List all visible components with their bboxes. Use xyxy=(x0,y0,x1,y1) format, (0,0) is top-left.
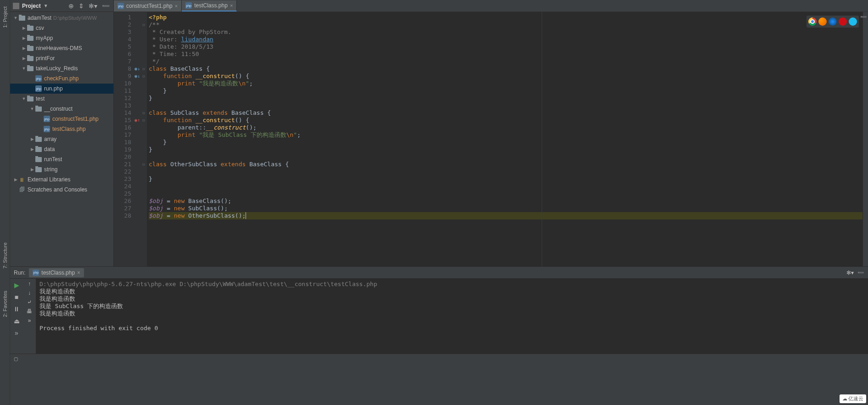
tree-item[interactable]: runTest xyxy=(10,154,113,164)
tree-item-label: checkFun.php xyxy=(44,75,78,82)
status-bar: ▢ xyxy=(10,354,868,364)
tree-item-path: D:\phpStudy\WWW xyxy=(53,15,97,21)
pause-button[interactable]: ⏸ xyxy=(12,304,21,314)
stop-button[interactable]: ■ xyxy=(12,292,21,302)
line-gutter[interactable]: 1234567891011121314151617181920212223242… xyxy=(114,12,134,266)
tab-label: testClass.php xyxy=(194,2,228,9)
firefox-icon[interactable] xyxy=(818,17,827,26)
watermark: ☁亿速云 xyxy=(840,394,866,403)
tree-item[interactable]: ▼test xyxy=(10,94,113,104)
close-icon[interactable]: × xyxy=(77,270,80,276)
tree-item[interactable]: ▼takeLucky_Redis xyxy=(10,63,113,73)
more-button[interactable]: » xyxy=(12,328,21,338)
left-tool-gutter: 1: Project 7: Structure 2: Favorites xyxy=(0,0,10,405)
locate-icon[interactable]: ⊕ xyxy=(67,2,75,10)
fold-gutter[interactable]: ⊟⊟⊟⊟⊟⊟ xyxy=(140,12,147,266)
expand-arrow-icon[interactable]: ▼ xyxy=(21,66,27,71)
project-tree[interactable]: ▼adamTestD:\phpStudy\WWW▶csv▶myApp▶nineH… xyxy=(10,12,113,266)
editor-tab[interactable]: phpconstructTest1.php× xyxy=(114,0,182,11)
expand-arrow-icon[interactable]: ▶ xyxy=(21,26,27,30)
tree-item[interactable]: 🗐Scratches and Consoles xyxy=(10,185,113,195)
editor-scrollbar[interactable] xyxy=(862,12,868,266)
tree-item[interactable]: ▶nineHeavens-DMS xyxy=(10,43,113,53)
tree-item[interactable]: ▼adamTestD:\phpStudy\WWW xyxy=(10,13,113,23)
expand-arrow-icon[interactable]: ▶ xyxy=(29,147,35,152)
ie-icon[interactable] xyxy=(849,17,857,26)
tree-item[interactable]: ▶string xyxy=(10,164,113,174)
expand-arrow-icon[interactable]: ▶ xyxy=(21,56,27,61)
chrome-icon[interactable] xyxy=(808,17,817,26)
tree-item-label: testClass.php xyxy=(52,126,86,132)
folder-icon xyxy=(27,65,34,72)
view-mode-dropdown[interactable]: ▼ xyxy=(44,3,48,8)
editor-tabs: phpconstructTest1.php×phptestClass.php× xyxy=(114,0,868,12)
exit-button[interactable]: ⏏ xyxy=(12,316,21,326)
more2-button[interactable]: » xyxy=(28,317,31,324)
project-tool-tab[interactable]: 1: Project xyxy=(1,5,9,29)
folder-icon xyxy=(35,156,42,163)
statusbar-menu[interactable]: ▢ xyxy=(14,356,18,361)
collapse-icon[interactable]: ⇕ xyxy=(78,2,85,10)
run-hide-icon[interactable]: ➖ xyxy=(857,270,864,276)
folder-icon xyxy=(35,166,42,173)
expand-arrow-icon[interactable]: ▶ xyxy=(29,167,35,172)
favorites-tool-tab[interactable]: 2: Favorites xyxy=(1,289,9,319)
expand-arrow-icon[interactable]: ▶ xyxy=(13,177,18,182)
expand-arrow-icon[interactable]: ▶ xyxy=(21,36,27,40)
folder-icon xyxy=(27,96,34,102)
hide-preview-icon[interactable]: ➖ xyxy=(860,14,867,20)
folder-icon xyxy=(27,45,34,51)
tree-item[interactable]: phprun.php xyxy=(10,84,113,94)
run-console[interactable]: D:\phpStudy\php\php-5.6.27-nts\php.exe D… xyxy=(36,279,868,354)
tree-item[interactable]: phpcheckFun.php xyxy=(10,73,113,84)
tree-item-label: adamTest xyxy=(28,15,51,21)
wrap-button[interactable]: ⤶ xyxy=(27,299,32,305)
expand-arrow-icon[interactable]: ▼ xyxy=(29,107,35,111)
expand-arrow-icon[interactable]: ▶ xyxy=(21,46,27,51)
up-button[interactable]: ↑ xyxy=(28,281,31,287)
run-tab-name: testClass.php xyxy=(41,270,75,276)
right-margin-line xyxy=(542,12,542,266)
settings-icon[interactable]: ✻▾ xyxy=(88,2,98,10)
structure-tool-tab[interactable]: 7: Structure xyxy=(1,241,9,270)
rerun-button[interactable]: ▶ xyxy=(12,281,21,290)
tree-item[interactable]: phptestClass.php xyxy=(10,124,113,134)
close-tab-icon[interactable]: × xyxy=(175,3,178,9)
project-panel: Project ▼ ⊕ ⇕ ✻▾ ➖ ▼adamTestD:\phpStudy\… xyxy=(10,0,114,266)
tree-item[interactable]: ▼__construct xyxy=(10,104,113,114)
print-button[interactable]: 🖶 xyxy=(27,308,32,315)
tree-item-label: run.php xyxy=(44,85,63,92)
tree-item-label: myApp xyxy=(36,35,53,41)
tree-item[interactable]: ▶⫼External Libraries xyxy=(10,174,113,185)
folder-icon xyxy=(27,55,34,62)
expand-arrow-icon[interactable]: ▼ xyxy=(21,96,27,101)
php-icon: php xyxy=(33,270,39,276)
tree-item[interactable]: phpconstructTest1.php xyxy=(10,114,113,124)
run-config-tab[interactable]: php testClass.php × xyxy=(29,268,84,277)
gutter-marks[interactable]: ◉↓◉↓◉↑ xyxy=(134,12,140,266)
tree-item[interactable]: ▶csv xyxy=(10,23,113,33)
down-button[interactable]: ↓ xyxy=(28,290,31,296)
tree-item[interactable]: ▶data xyxy=(10,144,113,154)
tree-item-label: printFor xyxy=(36,55,55,62)
folder-icon xyxy=(18,15,26,21)
tree-item-label: test xyxy=(36,96,45,102)
tree-item[interactable]: ▶array xyxy=(10,134,113,144)
php-file-icon: php xyxy=(118,3,124,9)
close-tab-icon[interactable]: × xyxy=(230,3,233,8)
tree-item[interactable]: ▶printFor xyxy=(10,53,113,63)
opera-icon[interactable] xyxy=(839,17,847,26)
code-editor[interactable]: <?php/** * Created by PhpStorm. * User: … xyxy=(147,12,862,266)
expand-arrow-icon[interactable]: ▶ xyxy=(29,137,35,141)
browser-preview-bar xyxy=(806,16,859,28)
hide-icon[interactable]: ➖ xyxy=(101,2,111,10)
tree-item-label: takeLucky_Redis xyxy=(36,65,78,72)
editor-tab[interactable]: phptestClass.php× xyxy=(182,0,237,11)
safari-icon[interactable] xyxy=(829,17,837,26)
tree-item-label: __construct xyxy=(44,106,73,112)
run-settings-icon[interactable]: ✻▾ xyxy=(846,270,854,276)
php-file-icon: php xyxy=(43,116,50,122)
scratch-icon: 🗐 xyxy=(18,186,26,193)
expand-arrow-icon[interactable]: ▼ xyxy=(13,16,18,20)
tree-item[interactable]: ▶myApp xyxy=(10,33,113,43)
